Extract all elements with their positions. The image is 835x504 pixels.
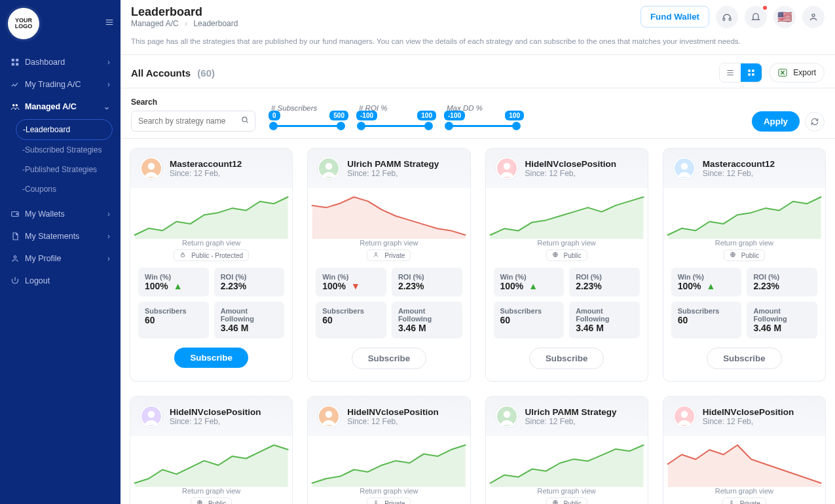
- slider-handle-max[interactable]: [424, 122, 433, 130]
- slider-handle-min[interactable]: [269, 122, 278, 130]
- topbar: Leaderboard Managed A/C › Leaderboard Fu…: [121, 0, 835, 32]
- win-value: 100% ▼: [322, 281, 380, 291]
- dashboard-icon: [10, 58, 20, 67]
- globe-icon: [730, 251, 737, 259]
- amount-following-value: 3.46 M: [576, 323, 633, 333]
- subscribe-button[interactable]: Subscribe: [174, 348, 248, 368]
- amount-following-value: 3.46 M: [221, 323, 278, 333]
- subscribers-value: 60: [145, 315, 202, 325]
- breadcrumb-a[interactable]: Managed A/C: [131, 19, 179, 28]
- privacy-badge: Public: [546, 497, 587, 504]
- notifications-icon[interactable]: [745, 6, 767, 28]
- svg-point-17: [242, 117, 247, 122]
- card-title: Ulrich PAMM Strategy: [525, 407, 617, 417]
- sidebar-item-dashboard[interactable]: Dashboard ›: [4, 51, 117, 73]
- sidebar-item-label: My Wallets: [25, 209, 65, 219]
- list-view-button[interactable]: [720, 63, 741, 82]
- account-avatar-icon[interactable]: [802, 6, 825, 28]
- apply-button[interactable]: Apply: [752, 111, 800, 132]
- slider-handle-min[interactable]: [357, 122, 365, 130]
- brand-line2: LOGO: [15, 24, 33, 29]
- user-icon: [373, 499, 380, 504]
- return-graph-label: Return graph view: [308, 239, 470, 247]
- sidebar-item-wallets[interactable]: My Wallets ›: [4, 203, 117, 225]
- privacy-label: Private: [384, 252, 405, 259]
- sidebar-sub-coupons[interactable]: -Coupons: [16, 179, 113, 199]
- chart-icon: [10, 80, 20, 89]
- grid-view-button[interactable]: [741, 63, 762, 82]
- svg-point-34: [325, 411, 333, 418]
- roi-label: ROI (%): [221, 273, 278, 281]
- subscribers-label: Subscribers: [322, 307, 380, 315]
- sidebar-item-label: My Profile: [25, 254, 62, 263]
- card-since: Since: 12 Feb,: [347, 417, 439, 426]
- sidebar-item-managed-ac[interactable]: Managed A/C ⌄: [4, 96, 117, 118]
- avatar: [317, 156, 341, 180]
- privacy-label: Private: [740, 500, 760, 505]
- privacy-badge: Public: [724, 249, 765, 261]
- lock-icon: [179, 251, 187, 259]
- svg-rect-0: [12, 59, 14, 62]
- search-icon[interactable]: [240, 115, 250, 127]
- sidebar-sub-published[interactable]: -Published Strategies: [16, 160, 113, 179]
- arrow-up-icon: ▲: [529, 281, 538, 291]
- sidebar-item-logout[interactable]: Logout: [4, 270, 117, 292]
- sidebar-item-label: Dashboard: [25, 58, 65, 67]
- page-description: This page has all the strategies that ar…: [121, 32, 835, 55]
- win-value: 100% ▲: [500, 281, 558, 291]
- people-icon: [10, 102, 20, 111]
- chevron-right-icon: ›: [107, 58, 110, 67]
- slider-handle-min[interactable]: [445, 122, 453, 130]
- sidebar-item-statements[interactable]: My Statements ›: [4, 225, 117, 247]
- roi-label: ROI (%): [576, 273, 633, 281]
- slider-handle-max[interactable]: [337, 122, 345, 130]
- return-sparkline: [663, 436, 825, 492]
- slider-track: [447, 125, 519, 127]
- card-since: Since: 12 Feb,: [525, 417, 617, 426]
- strategy-card: Ulrich PAMM Strategy Since: 12 Feb, Retu…: [307, 148, 470, 382]
- menu-toggle-icon[interactable]: [105, 18, 114, 29]
- logout-icon: [10, 276, 20, 285]
- roi-value: 2.23%: [398, 281, 456, 291]
- sidebar-item-profile[interactable]: My Profile ›: [4, 247, 117, 270]
- slider-handle-max[interactable]: [512, 122, 521, 130]
- language-flag-icon[interactable]: 🇺🇸: [773, 6, 796, 28]
- sidebar-item-label: My Trading A/C: [25, 80, 81, 89]
- sidebar-sub-leaderboard[interactable]: -Leaderboard: [16, 119, 113, 140]
- slider-min-chip: 0: [269, 111, 280, 120]
- privacy-label: Private: [384, 500, 405, 505]
- support-icon[interactable]: [716, 6, 738, 28]
- return-sparkline: [486, 436, 648, 492]
- subscribe-button[interactable]: Subscribe: [707, 348, 781, 369]
- sidebar-item-trading-ac[interactable]: My Trading A/C ›: [4, 73, 117, 96]
- slider-roi[interactable]: # ROI % -100 100: [359, 104, 431, 132]
- fund-wallet-button[interactable]: Fund Wallet: [640, 6, 709, 27]
- amount-following-value: 3.46 M: [753, 323, 811, 333]
- subscribe-button[interactable]: Subscribe: [352, 348, 426, 369]
- search-input[interactable]: [137, 116, 240, 126]
- sidebar-sub-subscribed[interactable]: -Subscribed Strategies: [16, 140, 113, 160]
- search-input-wrap: [131, 111, 255, 132]
- slider-max-dd[interactable]: Max DD % -100 100: [447, 104, 519, 132]
- user-icon: [728, 499, 736, 504]
- slider-min-chip: -100: [444, 111, 465, 120]
- section-title: All Accounts (60): [131, 67, 215, 79]
- svg-point-35: [375, 501, 377, 503]
- refresh-button[interactable]: [805, 112, 825, 132]
- svg-point-22: [325, 163, 333, 170]
- brand-logo[interactable]: YOUR LOGO: [8, 8, 39, 39]
- card-title: HideINVclosePosition: [703, 407, 794, 417]
- card-since: Since: 12 Feb,: [525, 169, 617, 178]
- avatar: [673, 156, 696, 180]
- subscribe-button[interactable]: Subscribe: [529, 348, 604, 369]
- svg-point-38: [553, 501, 557, 504]
- sidebar: YOUR LOGO Dashboard ›: [0, 0, 121, 504]
- slider-subscribers[interactable]: # Subscribers 0 500: [271, 104, 343, 132]
- avatar: [673, 405, 696, 428]
- return-sparkline: [130, 436, 292, 492]
- slider-max-chip: 500: [329, 111, 348, 120]
- export-button[interactable]: Export: [769, 63, 825, 82]
- view-toggle: [719, 63, 762, 82]
- win-value: 100% ▲: [145, 281, 202, 291]
- svg-rect-2: [12, 63, 14, 65]
